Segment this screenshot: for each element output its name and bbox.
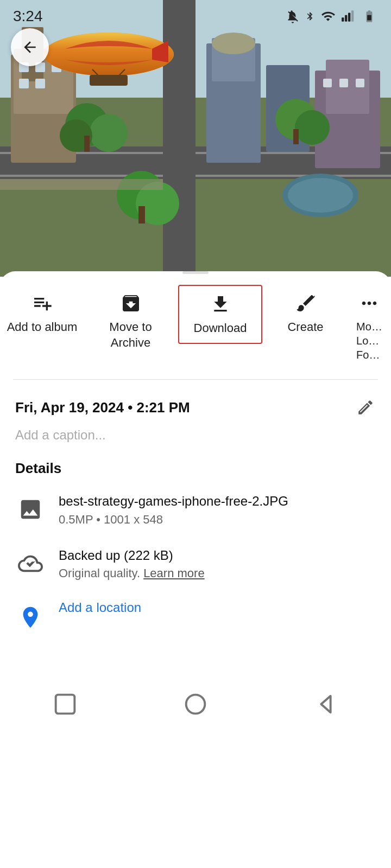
svg-rect-47 (56, 695, 75, 714)
download-button[interactable]: Download (178, 285, 262, 344)
svg-rect-22 (84, 136, 90, 152)
svg-rect-34 (293, 129, 299, 144)
bell-off-icon (286, 9, 300, 23)
action-sheet: Add to album Move to Archive Download (0, 271, 391, 737)
svg-point-33 (295, 110, 330, 145)
back-button[interactable] (11, 28, 49, 66)
edit-datetime-button[interactable] (355, 397, 376, 418)
back-arrow-icon (21, 39, 39, 56)
svg-rect-18 (35, 79, 45, 88)
svg-rect-2 (348, 13, 350, 22)
backup-detail-text: Backed up (222 kB) Original quality. Lea… (59, 546, 205, 581)
details-heading: Details (15, 460, 376, 477)
backup-detail-row: Backed up (222 kB) Original quality. Lea… (15, 546, 376, 581)
pencil-icon (356, 398, 375, 417)
svg-rect-31 (356, 79, 364, 87)
more-label: Mo…Lo…Fo… (356, 320, 382, 362)
nav-bar (0, 676, 391, 737)
location-text: Add a location (59, 600, 141, 615)
brush-icon (294, 291, 318, 315)
move-to-archive-button[interactable]: Move to Archive (84, 285, 177, 357)
add-to-album-label: Add to album (7, 320, 78, 335)
svg-rect-17 (19, 79, 29, 88)
create-button[interactable]: Create (263, 285, 348, 342)
status-time: 3:24 (13, 8, 43, 25)
signal-icon (341, 9, 355, 23)
create-label: Create (287, 320, 323, 335)
image-file-icon (15, 494, 46, 525)
filename: best-strategy-games-iphone-free-2.JPG (59, 492, 288, 510)
battery-icon (361, 9, 378, 23)
status-icons (286, 9, 378, 23)
backup-detail: Original quality. Learn more (59, 566, 205, 580)
file-detail-row: best-strategy-games-iphone-free-2.JPG 0.… (15, 492, 376, 527)
caption-placeholder[interactable]: Add a caption... (15, 427, 376, 443)
info-section: Fri, Apr 19, 2024 • 2:21 PM Add a captio… (0, 380, 391, 665)
actions-row: Add to album Move to Archive Download (0, 274, 391, 379)
add-location-label[interactable]: Add a location (59, 600, 141, 615)
move-to-archive-label: Move to Archive (90, 320, 172, 350)
svg-rect-30 (339, 79, 348, 87)
svg-rect-1 (345, 15, 347, 22)
photo-image (0, 0, 391, 277)
location-icon (15, 602, 46, 633)
bluetooth-icon (305, 9, 315, 23)
backup-status: Backed up (222 kB) (59, 546, 205, 565)
file-detail-text: best-strategy-games-iphone-free-2.JPG 0.… (59, 492, 288, 527)
datetime-text: Fri, Apr 19, 2024 • 2:21 PM (15, 399, 190, 416)
svg-rect-29 (323, 79, 332, 87)
svg-point-20 (90, 114, 128, 152)
archive-icon (119, 291, 143, 315)
svg-rect-46 (0, 179, 163, 190)
add-to-album-button[interactable]: Add to album (0, 285, 84, 342)
svg-rect-39 (90, 75, 128, 86)
learn-more-link[interactable]: Learn more (143, 566, 205, 580)
triangle-icon (312, 690, 340, 718)
filespec: 0.5MP • 1001 x 548 (59, 513, 288, 527)
playlist-add-icon (30, 291, 54, 315)
city-illustration (0, 0, 391, 277)
svg-point-36 (288, 178, 353, 213)
download-label: Download (194, 321, 247, 336)
circle-icon (181, 690, 210, 718)
nav-square-button[interactable] (48, 687, 83, 722)
square-icon (51, 690, 79, 718)
svg-rect-3 (351, 10, 354, 22)
svg-point-26 (212, 33, 255, 54)
location-detail-row[interactable]: Add a location (15, 600, 376, 633)
svg-rect-0 (342, 17, 344, 22)
svg-rect-4 (367, 15, 371, 21)
svg-rect-45 (138, 206, 145, 224)
datetime-row: Fri, Apr 19, 2024 • 2:21 PM (15, 397, 376, 418)
cloud-backup-icon (15, 548, 46, 579)
nav-home-button[interactable] (178, 687, 213, 722)
svg-point-48 (186, 695, 205, 714)
more-icon (357, 291, 381, 315)
status-bar: 3:24 (0, 0, 391, 30)
nav-back-button[interactable] (308, 687, 343, 722)
download-icon (209, 292, 232, 316)
svg-marker-49 (321, 696, 330, 712)
more-button[interactable]: Mo…Lo…Fo… (348, 285, 391, 368)
wifi-icon (320, 9, 336, 23)
